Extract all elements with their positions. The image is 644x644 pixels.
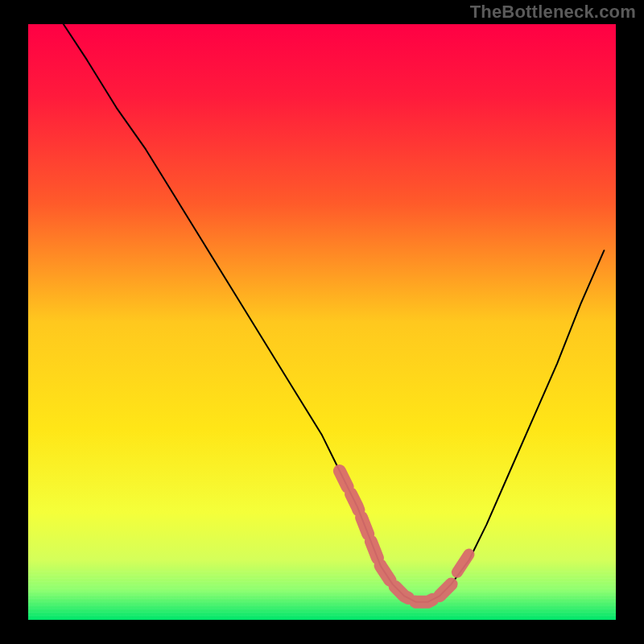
svg-rect-1 xyxy=(28,24,616,620)
bottleneck-chart xyxy=(0,0,644,644)
watermark-label: TheBottleneck.com xyxy=(470,2,636,23)
chart-frame: TheBottleneck.com xyxy=(0,0,644,644)
